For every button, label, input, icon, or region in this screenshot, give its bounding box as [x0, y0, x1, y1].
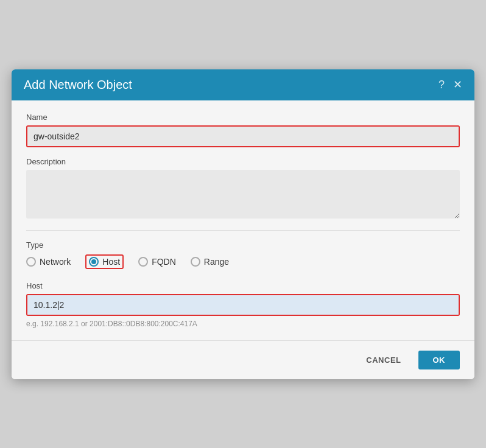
- radio-fqdn-label: FQDN: [152, 257, 176, 267]
- close-icon[interactable]: ✕: [453, 78, 462, 91]
- radio-network-label: Network: [40, 257, 71, 267]
- dialog-footer: CANCEL OK: [12, 340, 474, 379]
- radio-host-wrapper: Host: [85, 254, 124, 269]
- host-input-wrapper: [26, 294, 460, 316]
- ok-button[interactable]: OK: [418, 351, 460, 369]
- radio-network[interactable]: [26, 257, 36, 267]
- cancel-button[interactable]: CANCEL: [356, 351, 410, 369]
- radio-host[interactable]: [89, 257, 99, 267]
- header-icons: ? ✕: [438, 78, 462, 91]
- radio-option-network[interactable]: Network: [26, 257, 71, 267]
- divider: [26, 230, 460, 231]
- radio-host-label: Host: [102, 257, 120, 267]
- description-label: Description: [26, 157, 460, 166]
- radio-range-label: Range: [204, 257, 229, 267]
- host-hint-text: e.g. 192.168.2.1 or 2001:DB8::0DB8:800:2…: [26, 320, 460, 328]
- radio-option-host[interactable]: Host: [89, 257, 120, 267]
- description-textarea[interactable]: [26, 170, 460, 219]
- radio-fqdn[interactable]: [138, 257, 148, 267]
- description-field-group: Description: [26, 157, 460, 220]
- help-icon[interactable]: ?: [438, 79, 445, 91]
- host-input[interactable]: [27, 295, 459, 315]
- radio-range[interactable]: [191, 257, 200, 267]
- host-section: Host: [26, 281, 460, 316]
- add-network-object-dialog: Add Network Object ? ✕ Name Description …: [12, 69, 474, 379]
- name-label: Name: [26, 113, 460, 122]
- dialog-title: Add Network Object: [24, 78, 132, 92]
- host-label: Host: [26, 281, 460, 290]
- radio-option-range[interactable]: Range: [191, 257, 229, 267]
- type-radio-group: Network Host FQDN Range: [26, 254, 460, 269]
- radio-option-fqdn[interactable]: FQDN: [138, 257, 176, 267]
- type-label: Type: [26, 240, 460, 250]
- type-section: Type Network Host FQDN: [26, 240, 460, 269]
- name-field-wrapper: [26, 125, 460, 147]
- name-input[interactable]: [27, 127, 459, 146]
- dialog-body: Name Description Type Network: [12, 100, 474, 340]
- name-field-group: Name: [26, 113, 460, 147]
- dialog-header: Add Network Object ? ✕: [12, 69, 474, 100]
